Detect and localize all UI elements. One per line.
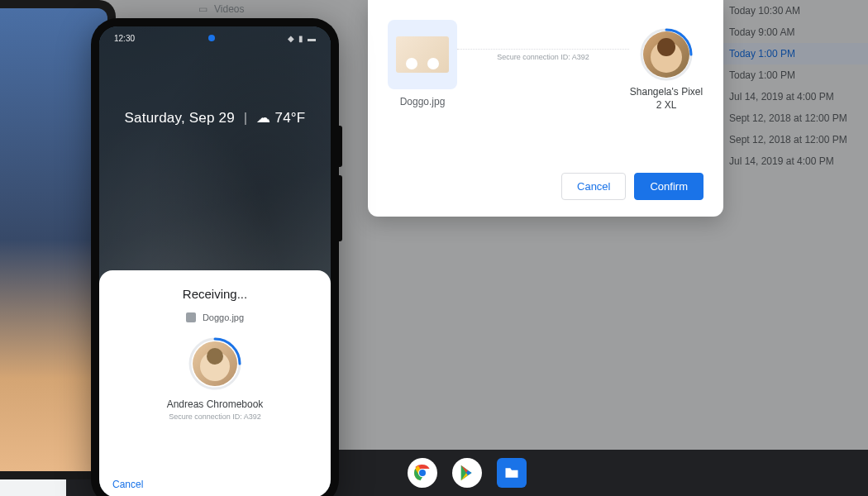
connection-indicator: Secure connection ID: A392 [457,20,629,89]
receiving-sheet: Receiving... Doggo.jpg Andreas Chromeboo… [99,270,331,496]
recipient-avatar [641,30,691,79]
play-store-icon[interactable] [452,458,482,488]
file-tile: Doggo.jpg [388,20,457,107]
confirm-button[interactable]: Confirm [634,173,703,200]
lockscreen-weather: 74°F [275,110,306,126]
phone-device: 12:30 ◆ ▮ ▬ Saturday, Sep 29 | ☁ 74°F Re… [91,18,339,496]
sender-connection-id: Secure connection ID: A392 [112,413,317,421]
file-thumbnail [388,20,457,89]
signal-icon: ▮ [298,34,303,43]
nearby-share-dialog: Doggo.jpg Secure connection ID: A392 Sha… [368,0,723,217]
recipient-name-label: Shangela's Pixel 2 XL [629,86,703,112]
sender-name-label: Andreas Chromebook [112,398,317,410]
wifi-icon: ◆ [288,34,294,43]
file-icon [186,312,196,322]
phone-status-bar: 12:30 ◆ ▮ ▬ [99,26,331,50]
sender-avatar [190,339,240,389]
chrome-icon[interactable] [408,458,437,488]
connection-id-text: Secure connection ID: A392 [497,53,589,61]
lockscreen-info: Saturday, Sep 29 | ☁ 74°F [99,109,331,126]
battery-icon: ▬ [308,34,316,43]
weather-icon: ☁ [256,110,270,126]
files-icon[interactable] [497,458,527,488]
status-time: 12:30 [114,34,135,43]
cancel-button[interactable]: Cancel [561,173,626,200]
recipient-tile: Shangela's Pixel 2 XL [629,20,703,112]
file-name-label: Doggo.jpg [388,96,457,107]
sheet-title: Receiving... [112,287,317,301]
lockscreen-date: Saturday, Sep 29 [125,110,235,126]
sheet-cancel-button[interactable]: Cancel [112,479,143,490]
notification-dot-icon [208,35,215,41]
svg-point-3 [419,470,426,476]
sheet-file-name: Doggo.jpg [203,312,244,322]
